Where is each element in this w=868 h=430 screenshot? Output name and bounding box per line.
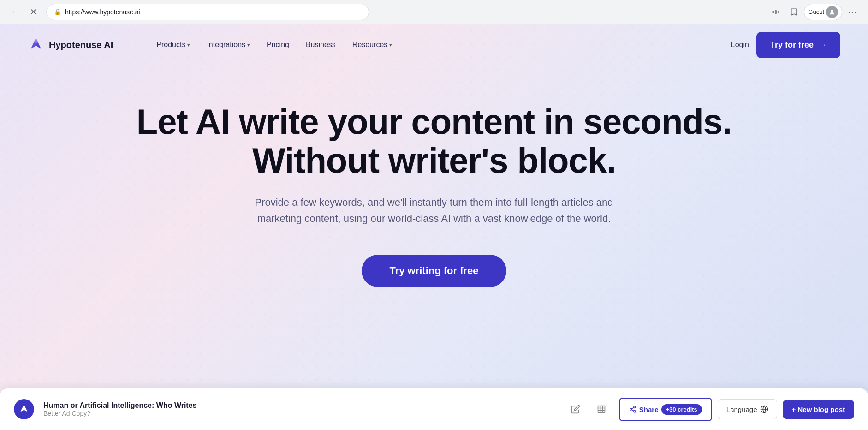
credits-badge: +30 credits — [661, 404, 702, 415]
nav-item-integrations[interactable]: Integrations ▾ — [200, 37, 256, 53]
hero-title: Let AI write your content in seconds. Wi… — [18, 102, 850, 179]
browser-chrome: ← ✕ 🔒 https://www.hypotenuse.ai Guest — [0, 0, 868, 24]
logo-link[interactable]: Hypotenuse AI — [28, 36, 113, 53]
bottom-document-subtitle: Better Ad Copy? — [43, 410, 558, 417]
url-text: https://www.hypotenuse.ai — [65, 8, 140, 16]
integrations-chevron-icon: ▾ — [247, 42, 250, 48]
language-label: Language — [726, 406, 757, 413]
page: Hypotenuse AI Products ▾ Integrations ▾ … — [0, 24, 868, 430]
svg-point-5 — [630, 408, 632, 410]
nav-login-link[interactable]: Login — [724, 37, 756, 53]
nav-links: Products ▾ Integrations ▾ Pricing Busine… — [150, 37, 724, 53]
close-button[interactable]: ✕ — [26, 5, 41, 19]
new-blog-post-button[interactable]: + New blog post — [783, 400, 854, 419]
navbar: Hypotenuse AI Products ▾ Integrations ▾ … — [0, 24, 868, 66]
nav-cta-button[interactable]: Try for free → — [756, 32, 840, 58]
resources-chevron-icon: ▾ — [389, 42, 392, 48]
svg-line-8 — [632, 407, 634, 409]
edit-icon-button[interactable] — [567, 401, 584, 418]
profile-avatar — [826, 6, 838, 18]
nav-item-resources[interactable]: Resources ▾ — [346, 37, 398, 53]
bottom-logo-icon — [19, 404, 29, 414]
profile-label: Guest — [808, 8, 824, 15]
svg-point-6 — [634, 411, 636, 412]
products-chevron-icon: ▾ — [187, 42, 190, 48]
bottom-document-title: Human or Artificial Intelligence: Who Wr… — [43, 401, 558, 410]
hero-section: Let AI write your content in seconds. Wi… — [0, 66, 868, 315]
svg-point-1 — [34, 40, 37, 43]
logo-icon — [28, 36, 44, 53]
language-button[interactable]: Language — [718, 399, 777, 419]
speaker-icon-button[interactable] — [767, 4, 784, 20]
svg-point-0 — [831, 9, 833, 12]
hero-cta-button[interactable]: Try writing for free — [362, 255, 506, 287]
svg-rect-3 — [598, 406, 605, 413]
bottom-bar: Human or Artificial Intelligence: Who Wr… — [0, 388, 868, 430]
svg-line-7 — [632, 410, 634, 411]
bottom-actions: Share +30 credits Language + New blog po… — [619, 398, 854, 421]
hero-subtitle: Provide a few keywords, and we'll instan… — [245, 194, 623, 227]
back-button[interactable]: ← — [7, 5, 22, 19]
bottom-document-info: Human or Artificial Intelligence: Who Wr… — [43, 401, 558, 417]
more-button[interactable]: ⋯ — [844, 4, 861, 20]
bookmark-button[interactable] — [785, 4, 802, 20]
frame-icon-button[interactable] — [593, 401, 610, 418]
nav-item-business[interactable]: Business — [299, 37, 342, 53]
nav-item-products[interactable]: Products ▾ — [150, 37, 196, 53]
browser-right-icons: Guest ⋯ — [767, 4, 861, 20]
share-label: Share — [639, 406, 659, 413]
bottom-logo — [14, 399, 34, 419]
address-bar[interactable]: 🔒 https://www.hypotenuse.ai — [46, 4, 369, 20]
svg-point-2 — [23, 406, 25, 408]
logo-text: Hypotenuse AI — [49, 40, 113, 50]
lock-icon: 🔒 — [54, 8, 61, 15]
nav-item-pricing[interactable]: Pricing — [260, 37, 296, 53]
profile-area[interactable]: Guest — [804, 4, 842, 20]
svg-point-4 — [634, 406, 636, 408]
share-button[interactable]: Share +30 credits — [619, 398, 712, 421]
browser-nav-buttons: ← ✕ — [7, 5, 41, 19]
